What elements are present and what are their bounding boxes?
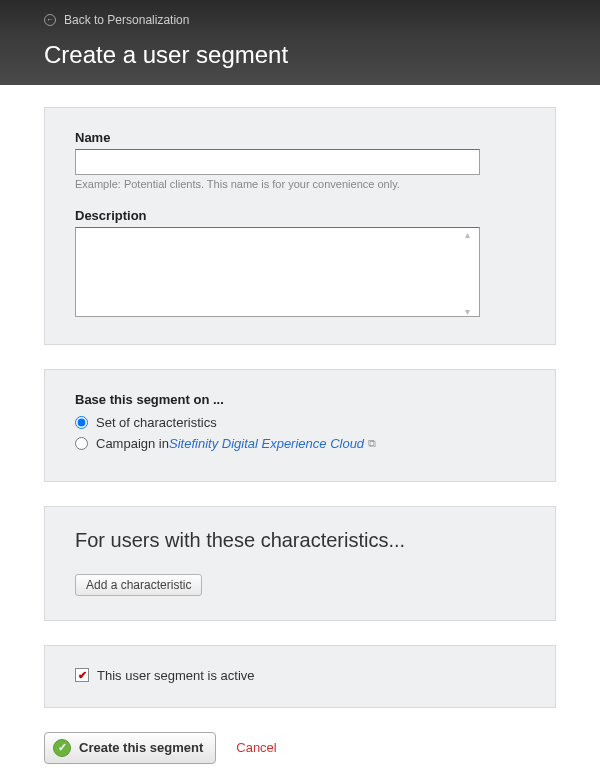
description-input[interactable] xyxy=(75,227,480,317)
name-input[interactable] xyxy=(75,149,480,175)
panel-characteristics: For users with these characteristics... … xyxy=(44,506,556,621)
panel-name-description: Name Example: Potential clients. This na… xyxy=(44,107,556,345)
radio-campaign[interactable]: Campaign in Sitefinity Digital Experienc… xyxy=(75,436,525,451)
active-label: This user segment is active xyxy=(97,668,255,683)
name-label: Name xyxy=(75,130,525,145)
back-link-label: Back to Personalization xyxy=(64,13,189,27)
add-characteristic-button[interactable]: Add a characteristic xyxy=(75,574,202,596)
radio-campaign-prefix: Campaign in xyxy=(96,436,169,451)
characteristics-heading: For users with these characteristics... xyxy=(75,529,525,552)
radio-characteristics-label: Set of characteristics xyxy=(96,415,217,430)
panel-active: ✔ This user segment is active xyxy=(44,645,556,708)
dec-cloud-link[interactable]: Sitefinity Digital Experience Cloud xyxy=(169,436,364,451)
check-circle-icon: ✓ xyxy=(53,739,71,757)
back-link[interactable]: ← Back to Personalization xyxy=(44,13,189,27)
base-label: Base this segment on ... xyxy=(75,392,525,407)
cancel-link[interactable]: Cancel xyxy=(236,740,276,755)
create-segment-button[interactable]: ✓ Create this segment xyxy=(44,732,216,764)
radio-characteristics-input[interactable] xyxy=(75,416,88,429)
radio-characteristics[interactable]: Set of characteristics xyxy=(75,415,525,430)
back-arrow-icon: ← xyxy=(44,14,56,26)
name-hint: Example: Potential clients. This name is… xyxy=(75,178,525,190)
active-checkbox[interactable]: ✔ xyxy=(75,668,89,682)
description-label: Description xyxy=(75,208,525,223)
create-button-label: Create this segment xyxy=(79,740,203,755)
page-title: Create a user segment xyxy=(44,41,556,69)
radio-campaign-input[interactable] xyxy=(75,437,88,450)
external-link-icon: ⧉ xyxy=(368,437,376,450)
panel-base-segment: Base this segment on ... Set of characte… xyxy=(44,369,556,482)
